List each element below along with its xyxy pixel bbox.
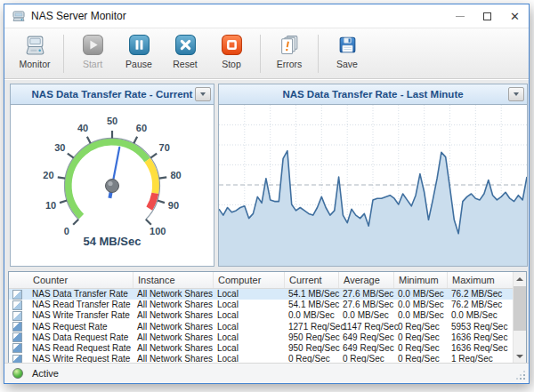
area-chart-svg [219,105,527,266]
toolbar-label: Stop [222,59,241,69]
table-cell: 0.0 MB/Sec [394,310,448,321]
toolbar-button-save[interactable]: Save [324,33,370,69]
table-cell: 1271 Req/Sec [285,322,339,332]
table-row[interactable]: NAS Read Request RateAll Network SharesL… [9,343,526,354]
scroll-down-button[interactable] [514,349,526,363]
table-row[interactable]: NAS Read Transfer RateAll Network Shares… [9,300,526,310]
request-rate-icon [12,332,22,342]
toolbar-separator [63,35,64,73]
table-header-computer[interactable]: Computer [214,272,285,288]
error-pages-icon [279,34,301,56]
toolbar-label: Errors [277,59,303,69]
table-cell: 0.0 MB/Sec [339,310,394,321]
transfer-rate-icon [12,311,22,321]
toolbar-label: Monitor [19,59,50,69]
vertical-scrollbar[interactable] [513,272,526,363]
gauge-tick [58,177,65,178]
table-cell: 0 Req/Sec [394,343,448,354]
statusbar: Active [4,363,529,383]
table-cell: 649 Req/Sec [339,332,394,343]
gauge-tick [150,154,157,158]
start-play-icon [82,34,104,56]
table-header-minimum[interactable]: Minimum [394,272,448,288]
table-header-average[interactable]: Average [339,272,394,288]
gauge-panel-header: NAS Data Transfer Rate - Current [11,84,214,105]
table-cell: All Network Shares [134,322,214,332]
table-row[interactable]: NAS Write Transfer RateAll Network Share… [9,310,526,321]
toolbar-label: Start [83,59,102,69]
toolbar-button-reset[interactable]: Reset [162,33,208,69]
table-cell: 0.0 MB/Sec [285,310,339,321]
toolbar-button-start: Start [69,33,116,69]
table-cell: 27.6 MB/Sec [339,289,394,300]
table-header-current[interactable]: Current [285,272,339,288]
request-rate-icon [12,322,22,332]
toolbar-label: Pause [125,59,152,69]
toolbar-button-stop[interactable]: Stop [208,33,255,69]
maximize-icon [483,12,491,20]
gauge-tick-label: 10 [45,200,56,211]
status-text: Active [32,368,59,379]
close-button[interactable]: ✕ [501,4,529,28]
gauge-tick-label: 30 [54,142,65,153]
table-row[interactable]: NAS Request RateAll Network SharesLocal1… [9,322,526,332]
chart-panel: NAS Data Transfer Rate - Last Minute [218,84,528,267]
gauge-tick-label: 50 [107,116,117,126]
gauge-tick [60,201,67,204]
gauge-zone [69,142,148,217]
toolbar-button-pause[interactable]: Pause [116,33,162,69]
table-header-instance[interactable]: Instance [134,272,214,288]
window-controls: ✕ [446,4,529,28]
chart-panel-dropdown-button[interactable] [508,87,524,101]
transfer-rate-icon [12,300,22,310]
table-cell: Local [214,310,285,321]
chart-panel-title: NAS Data Transfer Rate - Last Minute [282,89,463,100]
table-cell: All Network Shares [134,332,214,343]
table-cell: Local [214,343,285,354]
stop-icon [221,34,243,56]
gauge-tick [68,154,74,158]
gauge-zone [150,193,156,208]
transfer-rate-icon [12,290,22,300]
maximize-button[interactable] [473,4,501,28]
app-window: NAS Server Monitor ✕ Monitor Start [4,4,530,384]
gauge-tick-label: 90 [168,200,179,211]
table-cell: NAS Read Transfer Rate [28,300,134,310]
minimize-button[interactable] [446,4,473,28]
content-area: NAS Data Transfer Rate - Current 0102030… [4,80,529,363]
toolbar-button-monitor[interactable]: Monitor [12,33,58,69]
toolbar-button-errors[interactable]: Errors [266,33,312,69]
close-icon: ✕ [510,11,520,22]
gauge-tick [73,220,78,225]
table-cell: 54.1 MB/Sec [285,300,339,310]
active-status-icon [12,368,23,379]
table-cell: All Network Shares [134,310,214,321]
gauge-hub-highlight [108,181,112,186]
table-cell: NAS Write Transfer Rate [28,310,134,321]
table-cell: 0.0 MB/Sec [394,289,448,300]
gauge-tick-label: 20 [43,170,53,180]
table-header-counter[interactable]: Counter [28,272,134,288]
resize-grip-icon[interactable] [523,378,525,380]
gauge-panel: NAS Data Transfer Rate - Current 0102030… [10,84,214,267]
gauge-tick [146,220,151,225]
table-cell: All Network Shares [134,300,214,310]
counters-table: Counter Instance Computer Current Averag… [8,271,527,364]
chevron-down-icon [200,92,206,96]
table-cell: Local [214,332,285,343]
table-row[interactable]: NAS Data Request RateAll Network SharesL… [9,332,526,343]
gauge-tick [134,137,137,144]
scroll-up-button[interactable] [514,272,526,285]
nas-monitor-icon [24,34,46,56]
toolbar-label: Reset [173,59,197,69]
scrollbar-thumb[interactable] [514,286,526,331]
gauge-panel-title: NAS Data Transfer Rate - Current [32,89,193,100]
scroll-down-icon [516,355,523,358]
table-row[interactable]: NAS Data Transfer RateAll Network Shares… [9,289,526,300]
pause-icon [128,34,150,56]
gauge-panel-body: 0102030405060708090100 54 MB/Sec [11,105,214,266]
table-cell: 0 Req/Sec [394,332,448,343]
gauge-panel-dropdown-button[interactable] [195,87,211,101]
toolbar: Monitor Start Pause Reset [4,28,529,79]
chart-panel-header: NAS Data Transfer Rate - Last Minute [219,84,527,105]
